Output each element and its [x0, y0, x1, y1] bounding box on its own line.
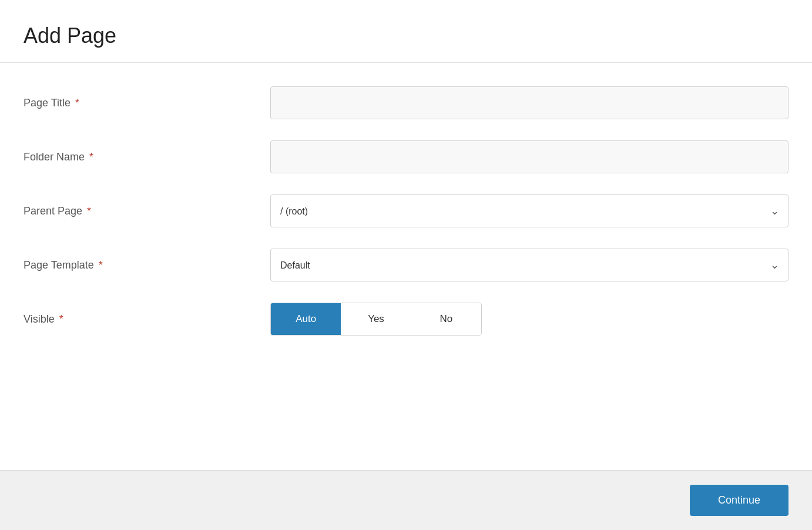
- page-template-select-wrap: Default ⌄: [270, 249, 788, 281]
- page-template-label-text: Page Template: [24, 259, 94, 271]
- page-title-heading: Add Page: [24, 24, 788, 48]
- folder-name-input[interactable]: [270, 140, 788, 173]
- page-title-control: [270, 86, 788, 119]
- folder-name-label-text: Folder Name: [24, 151, 85, 163]
- form-area: Page Title * Folder Name * Parent Page *…: [0, 63, 812, 470]
- page-template-label: Page Template *: [24, 259, 270, 271]
- parent-page-row: Parent Page * / (root) ⌄: [24, 194, 788, 227]
- parent-page-label: Parent Page *: [24, 205, 270, 217]
- folder-name-required: *: [89, 151, 93, 163]
- page-template-control: Default ⌄: [270, 249, 788, 281]
- page-header: Add Page: [0, 0, 812, 63]
- visible-control: Auto Yes No: [270, 303, 788, 336]
- visible-toggle-group: Auto Yes No: [270, 303, 482, 336]
- folder-name-label: Folder Name *: [24, 151, 270, 163]
- page-title-row: Page Title *: [24, 86, 788, 119]
- page-title-label-text: Page Title: [24, 97, 71, 109]
- parent-page-control: / (root) ⌄: [270, 194, 788, 227]
- folder-name-row: Folder Name *: [24, 140, 788, 173]
- folder-name-control: [270, 140, 788, 173]
- visible-yes-button[interactable]: Yes: [341, 303, 411, 335]
- page-template-row: Page Template * Default ⌄: [24, 249, 788, 281]
- visible-label-text: Visible: [24, 313, 55, 326]
- parent-page-required: *: [87, 205, 91, 217]
- visible-no-button[interactable]: No: [411, 303, 481, 335]
- parent-page-label-text: Parent Page: [24, 205, 82, 217]
- visible-auto-button[interactable]: Auto: [271, 303, 341, 335]
- visible-required: *: [59, 313, 63, 326]
- continue-button[interactable]: Continue: [690, 485, 788, 516]
- page-template-required: *: [99, 259, 103, 271]
- visible-label: Visible *: [24, 313, 270, 326]
- page-title-required: *: [75, 97, 79, 109]
- page-title-input[interactable]: [270, 86, 788, 119]
- page-template-select[interactable]: Default: [270, 249, 788, 281]
- parent-page-select-wrap: / (root) ⌄: [270, 194, 788, 227]
- page-title-label: Page Title *: [24, 97, 270, 109]
- visible-row: Visible * Auto Yes No: [24, 303, 788, 336]
- parent-page-select[interactable]: / (root): [270, 194, 788, 227]
- footer: Continue: [0, 470, 812, 530]
